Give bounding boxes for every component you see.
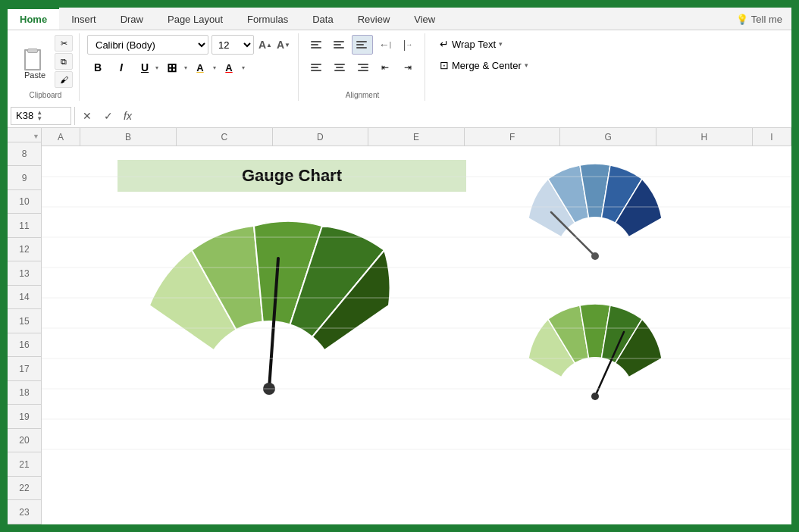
wrap-merge-group: ↵ Wrap Text ▾ ⊡ Merge & Center ▾ Alignme… [427,33,541,101]
font-group: Calibri (Body) 12 A▲ A▼ B I U ▾ [81,33,299,101]
row-header-17: 17 [8,357,41,381]
svg-point-5 [591,252,599,260]
indent-increase-button[interactable]: |→ [397,35,418,55]
col-header-h: H [656,128,753,146]
copy-button[interactable]: ⧉ [55,53,73,70]
col-header-i: I [753,128,791,146]
tab-home[interactable]: Home [8,8,59,30]
align-left-button[interactable] [306,58,327,77]
tell-me-label[interactable]: Tell me [751,14,782,25]
formula-bar: K38 ▲ ▼ ✕ ✓ fx [8,104,791,128]
tab-data[interactable]: Data [300,9,345,30]
alignment-content: ←| |→ [306,35,418,88]
formula-input[interactable] [138,108,788,123]
ribbon-body: Paste ✂ ⧉ 🖌 Clipboard [8,30,791,104]
font-color-arrow[interactable]: ▾ [242,64,245,71]
col-header-g: G [560,128,656,146]
chart-title: Gauge Chart [118,160,466,192]
row-header-8: 8 [8,142,41,167]
font-selector[interactable]: Calibri (Body) [87,35,208,55]
clipboard-shape [24,49,41,70]
indent-decrease-button[interactable]: ←| [374,35,396,55]
align-left-icon [311,64,323,71]
clipboard-group: Paste ✂ ⧉ 🖌 Clipboard [12,33,80,101]
tab-formulas[interactable]: Formulas [235,9,300,30]
row-header-11: 11 [8,214,41,238]
cell-ref-box: K38 ▲ ▼ [11,107,71,125]
borders-arrow[interactable]: ▾ [184,64,187,71]
confirm-formula-button[interactable]: ✓ [99,107,118,125]
align-center-button[interactable] [329,58,350,77]
merge-center-label: Merge & Center [452,60,522,71]
scissors-button[interactable]: ✂ [55,35,73,52]
spreadsheet-main: A B C D E F G H I Gauge Chart [42,128,791,524]
align-middle-button[interactable] [329,35,350,55]
cancel-formula-button[interactable]: ✕ [78,107,96,125]
ribbon-tabs: Home Insert Draw Page Layout Formulas Da… [8,8,791,30]
increase-font-size-button[interactable]: A▲ [257,36,274,54]
underline-group: U ▾ [134,58,158,77]
underline-button[interactable]: U [134,58,155,77]
wrap-text-icon: ↵ [440,38,449,50]
cell-ref-arrows: ▲ ▼ [36,110,42,122]
font-size-btns: A▲ A▼ [257,36,292,54]
tab-insert[interactable]: Insert [59,9,108,30]
row-header-13: 13 [8,261,41,286]
row-header-9: 9 [8,166,41,190]
clipboard-icons: ✂ ⧉ 🖌 [55,35,73,88]
row-header-23: 23 [8,500,41,524]
lightbulb-icon: 💡 [736,14,748,25]
grid-area: Gauge Chart [42,146,791,524]
tell-me-area: 💡 Tell me [727,9,791,30]
align-center-icon [334,64,346,71]
wrap-text-label: Wrap Text [452,39,496,50]
svg-point-2 [263,383,275,395]
borders-button[interactable]: ⊞ [161,58,182,77]
cell-ref-down-arrow[interactable]: ▼ [36,116,42,122]
spreadsheet-area: ▼ 8 9 10 11 12 13 14 15 16 17 18 19 20 2… [8,128,791,524]
row-header-20: 20 [8,429,41,453]
merge-arrow[interactable]: ▾ [525,61,528,69]
align-right-icon [356,64,368,71]
fill-color-button[interactable]: A [190,58,211,77]
clipboard-content: Paste ✂ ⧉ 🖌 [18,35,73,88]
fill-arrow[interactable]: ▾ [213,64,216,71]
small-blue-gauge-chart [512,158,678,271]
font-color-button[interactable]: A [218,58,240,77]
tab-review[interactable]: Review [346,9,403,30]
format-btn-row: B I U ▾ ⊞ ▾ A ▾ A ▾ [87,58,245,77]
font-size-selector[interactable]: 12 [212,35,254,55]
row-header-12: 12 [8,238,41,262]
wrap-text-button[interactable]: ↵ Wrap Text ▾ [433,35,509,53]
font-content: Calibri (Body) 12 A▲ A▼ B I U ▾ [87,35,292,88]
row-header-22: 22 [8,477,41,501]
row-header-21: 21 [8,452,41,477]
increase-indent-button[interactable]: ⇥ [397,58,418,77]
align-right-button[interactable] [352,58,373,77]
paste-icon [23,43,47,70]
copy-icon: ⧉ [61,57,67,67]
decrease-indent-button[interactable]: ⇤ [374,58,396,77]
wrap-text-arrow[interactable]: ▾ [499,40,503,48]
align-top-button[interactable] [306,35,327,55]
align-bottom-button[interactable] [352,35,373,55]
clipboard-label: Clipboard [30,89,62,99]
tab-draw[interactable]: Draw [108,9,155,30]
alignment-label: Alignment [346,89,379,99]
scissors-icon: ✂ [61,39,67,49]
italic-button[interactable]: I [111,58,132,77]
cell-ref-value: K38 [16,110,33,121]
svg-point-8 [591,393,599,400]
tab-page-layout[interactable]: Page Layout [155,9,235,30]
col-header-b: B [80,128,177,146]
decrease-font-size-button[interactable]: A▼ [275,36,292,54]
underline-arrow[interactable]: ▾ [155,64,158,71]
tab-view[interactable]: View [402,9,447,30]
bold-button[interactable]: B [87,58,108,77]
paste-button[interactable]: Paste [18,40,52,83]
format-painter-button[interactable]: 🖌 [55,71,73,88]
merge-center-button[interactable]: ⊡ Merge & Center ▾ [433,56,535,74]
col-headers: A B C D E F G H I [42,128,791,146]
excel-window: Home Insert Draw Page Layout Formulas Da… [6,6,793,526]
small-green-gauge-chart [512,298,678,412]
